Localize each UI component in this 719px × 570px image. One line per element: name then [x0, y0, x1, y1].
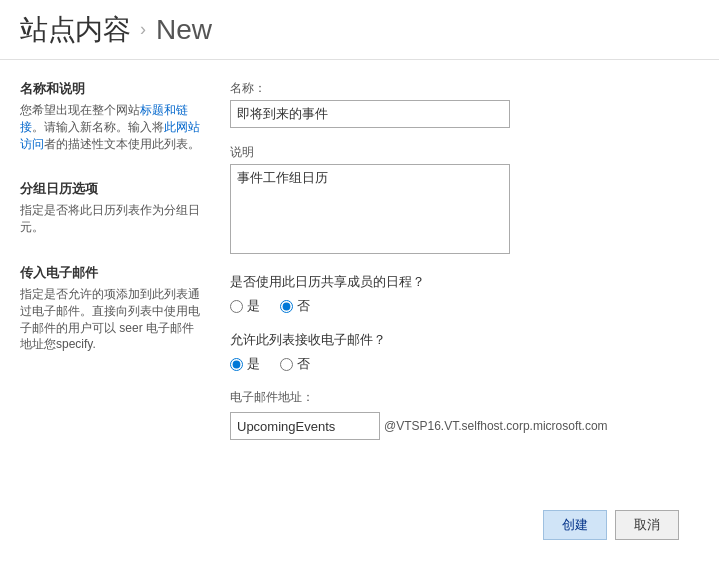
calendar-radio-group: 是 否 — [230, 297, 699, 315]
left-panel: 名称和说明 您希望出现在整个网站标题和链接。请输入新名称。输入将此网站访问者的描… — [20, 80, 220, 560]
calendar-yes-label: 是 — [247, 297, 260, 315]
action-buttons: 创建 取消 — [543, 510, 679, 540]
title-link[interactable]: 标题和链接 — [20, 103, 188, 134]
right-panel: 名称： 说明 事件工作组日历 是否使用此日历共享成员的日程？ 是 — [220, 80, 699, 560]
name-section-info: 名称和说明 您希望出现在整个网站标题和链接。请输入新名称。输入将此网站访问者的描… — [20, 80, 200, 152]
calendar-yes-radio[interactable] — [230, 300, 243, 313]
calendar-no-label: 否 — [297, 297, 310, 315]
email-address-label: 电子邮件地址： — [230, 389, 699, 406]
email-no-label: 否 — [297, 355, 310, 373]
email-field-row: @VTSP16.VT.selfhost.corp.microsoft.com — [230, 412, 699, 440]
email-no-radio[interactable] — [280, 358, 293, 371]
email-section-title: 传入电子邮件 — [20, 264, 200, 282]
email-domain: @VTSP16.VT.selfhost.corp.microsoft.com — [384, 419, 608, 433]
email-yes-radio[interactable] — [230, 358, 243, 371]
page-header: 站点内容 › New — [0, 0, 719, 60]
main-content: 名称和说明 您希望出现在整个网站标题和链接。请输入新名称。输入将此网站访问者的描… — [0, 60, 719, 570]
email-question: 允许此列表接收电子邮件？ — [230, 331, 699, 349]
name-label: 名称： — [230, 80, 699, 97]
email-address-group: 电子邮件地址： @VTSP16.VT.selfhost.corp.microso… — [230, 389, 699, 440]
email-section-info: 传入电子邮件 指定是否允许的项添加到此列表通过电子邮件。直接向列表中使用电子邮件… — [20, 264, 200, 353]
email-section-desc: 指定是否允许的项添加到此列表通过电子邮件。直接向列表中使用电子邮件的用户可以 s… — [20, 286, 200, 353]
name-input[interactable] — [230, 100, 510, 128]
calendar-yes-option[interactable]: 是 — [230, 297, 260, 315]
email-no-option[interactable]: 否 — [280, 355, 310, 373]
calendar-section-title: 分组日历选项 — [20, 180, 200, 198]
email-allow-group: 允许此列表接收电子邮件？ 是 否 — [230, 331, 699, 373]
calendar-share-group: 是否使用此日历共享成员的日程？ 是 否 — [230, 273, 699, 315]
email-prefix-input[interactable] — [230, 412, 380, 440]
create-button[interactable]: 创建 — [543, 510, 607, 540]
desc-field-group: 说明 事件工作组日历 — [230, 144, 699, 257]
visitor-link[interactable]: 此网站访问 — [20, 120, 200, 151]
calendar-section-desc: 指定是否将此日历列表作为分组日元。 — [20, 202, 200, 236]
name-field-group: 名称： — [230, 80, 699, 128]
cancel-button[interactable]: 取消 — [615, 510, 679, 540]
email-yes-option[interactable]: 是 — [230, 355, 260, 373]
email-yes-label: 是 — [247, 355, 260, 373]
calendar-no-option[interactable]: 否 — [280, 297, 310, 315]
calendar-no-radio[interactable] — [280, 300, 293, 313]
desc-textarea[interactable]: 事件工作组日历 — [230, 164, 510, 254]
breadcrumb-separator: › — [140, 19, 146, 40]
name-section-desc: 您希望出现在整个网站标题和链接。请输入新名称。输入将此网站访问者的描述性文本使用… — [20, 102, 200, 152]
name-section-title: 名称和说明 — [20, 80, 200, 98]
breadcrumb-current: New — [156, 14, 212, 46]
page-title: 站点内容 — [20, 11, 130, 49]
calendar-section-info: 分组日历选项 指定是否将此日历列表作为分组日元。 — [20, 180, 200, 236]
desc-label: 说明 — [230, 144, 699, 161]
calendar-question: 是否使用此日历共享成员的日程？ — [230, 273, 699, 291]
email-radio-group: 是 否 — [230, 355, 699, 373]
